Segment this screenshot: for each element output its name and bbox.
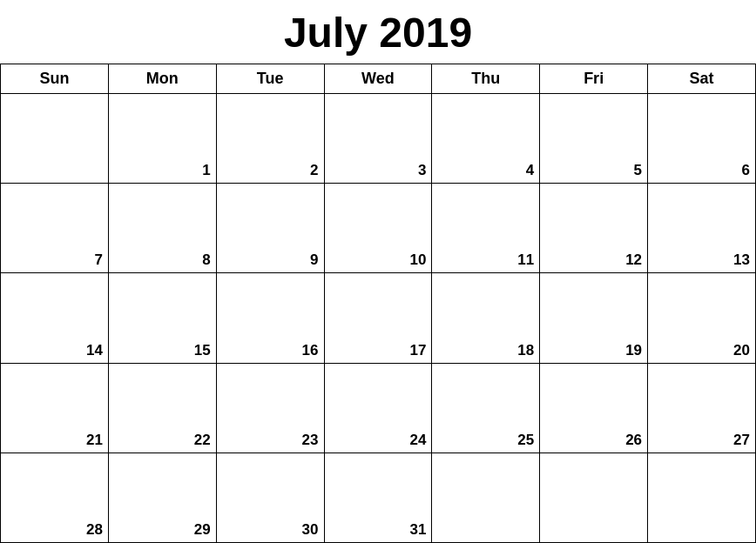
calendar-day-28: 28: [1, 452, 109, 542]
calendar-title: July 2019: [0, 0, 756, 64]
header-sun: Sun: [1, 64, 109, 94]
calendar-day-1: 1: [108, 94, 216, 184]
calendar-day-2: 2: [216, 94, 324, 184]
calendar-day-31: 31: [324, 452, 432, 542]
calendar-day-10: 10: [324, 184, 432, 273]
calendar-day-empty: [540, 452, 648, 542]
calendar-day-8: 8: [108, 184, 216, 273]
calendar-day-19: 19: [540, 273, 648, 363]
calendar-day-7: 7: [1, 184, 109, 273]
calendar-week-row: 123456: [1, 94, 756, 184]
calendar-day-11: 11: [432, 184, 540, 273]
calendar-day-27: 27: [648, 363, 756, 452]
calendar-day-6: 6: [648, 94, 756, 184]
calendar-body: 1234567891011121314151617181920212223242…: [1, 94, 756, 543]
header-wed: Wed: [324, 64, 432, 94]
calendar-day-30: 30: [216, 452, 324, 542]
calendar-day-17: 17: [324, 273, 432, 363]
calendar-day-22: 22: [108, 363, 216, 452]
header-fri: Fri: [540, 64, 648, 94]
calendar-day-15: 15: [108, 273, 216, 363]
calendar-day-25: 25: [432, 363, 540, 452]
calendar-day-4: 4: [432, 94, 540, 184]
calendar-day-12: 12: [540, 184, 648, 273]
calendar-day-20: 20: [648, 273, 756, 363]
calendar-day-empty: [648, 452, 756, 542]
header-tue: Tue: [216, 64, 324, 94]
calendar-week-row: 14151617181920: [1, 273, 756, 363]
calendar-day-18: 18: [432, 273, 540, 363]
calendar-day-23: 23: [216, 363, 324, 452]
calendar-day-9: 9: [216, 184, 324, 273]
calendar-day-14: 14: [1, 273, 109, 363]
calendar-day-3: 3: [324, 94, 432, 184]
calendar-container: July 2019 Sun Mon Tue Wed Thu Fri Sat 12…: [0, 0, 756, 543]
calendar-day-empty: [432, 452, 540, 542]
calendar-day-13: 13: [648, 184, 756, 273]
calendar-table: Sun Mon Tue Wed Thu Fri Sat 123456789101…: [0, 64, 756, 543]
calendar-week-row: 28293031: [1, 452, 756, 542]
calendar-day-5: 5: [540, 94, 648, 184]
header-sat: Sat: [648, 64, 756, 94]
calendar-day-empty: [1, 94, 109, 184]
header-mon: Mon: [108, 64, 216, 94]
header-thu: Thu: [432, 64, 540, 94]
calendar-day-24: 24: [324, 363, 432, 452]
calendar-day-16: 16: [216, 273, 324, 363]
calendar-day-29: 29: [108, 452, 216, 542]
calendar-week-row: 78910111213: [1, 184, 756, 273]
calendar-header-row: Sun Mon Tue Wed Thu Fri Sat: [1, 64, 756, 94]
calendar-day-21: 21: [1, 363, 109, 452]
calendar-day-26: 26: [540, 363, 648, 452]
calendar-week-row: 21222324252627: [1, 363, 756, 452]
